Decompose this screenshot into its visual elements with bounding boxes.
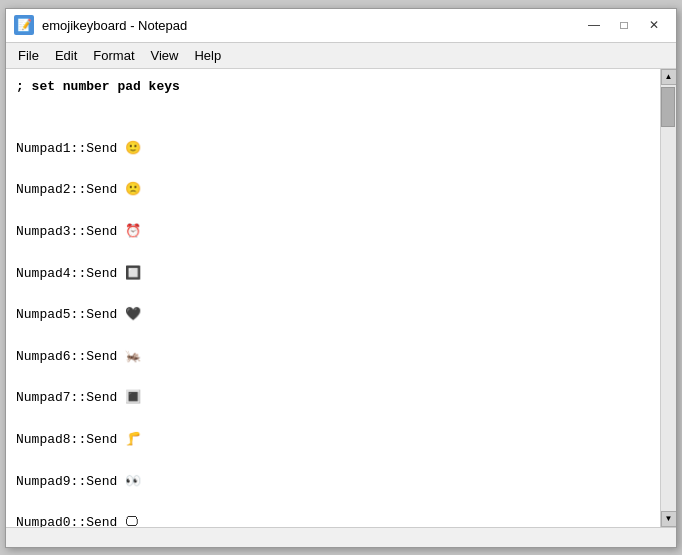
menu-format[interactable]: Format (85, 44, 142, 66)
window-title: emojikeyboard - Notepad (42, 18, 580, 33)
content-area: ; set number pad keys Numpad1::Send 🙂 Nu… (6, 69, 676, 527)
window-controls: — □ ✕ (580, 14, 668, 36)
maximize-button[interactable]: □ (610, 14, 638, 36)
minimize-button[interactable]: — (580, 14, 608, 36)
menu-view[interactable]: View (143, 44, 187, 66)
status-bar (6, 527, 676, 547)
notepad-window: 📝 emojikeyboard - Notepad — □ ✕ File Edi… (5, 8, 677, 548)
menu-edit[interactable]: Edit (47, 44, 85, 66)
menu-file[interactable]: File (10, 44, 47, 66)
scroll-up-button[interactable]: ▲ (661, 69, 677, 85)
vertical-scrollbar[interactable]: ▲ ▼ (660, 69, 676, 527)
menu-help[interactable]: Help (186, 44, 229, 66)
scroll-thumb[interactable] (661, 87, 675, 127)
title-bar: 📝 emojikeyboard - Notepad — □ ✕ (6, 9, 676, 43)
scroll-track[interactable] (661, 85, 676, 511)
close-button[interactable]: ✕ (640, 14, 668, 36)
app-icon: 📝 (14, 15, 34, 35)
menu-bar: File Edit Format View Help (6, 43, 676, 69)
text-editor[interactable]: ; set number pad keys Numpad1::Send 🙂 Nu… (6, 69, 660, 527)
scroll-down-button[interactable]: ▼ (661, 511, 677, 527)
